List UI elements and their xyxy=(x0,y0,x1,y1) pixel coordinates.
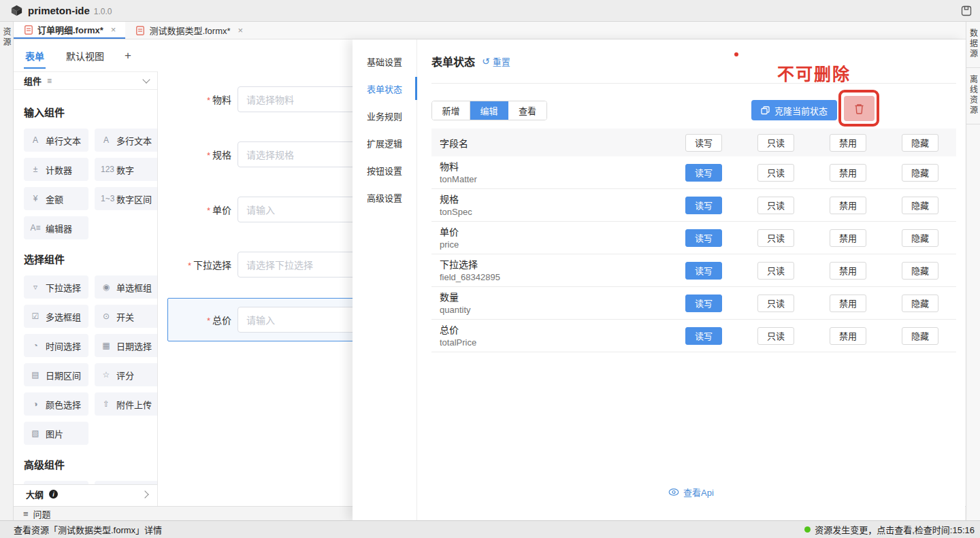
tab-default-view[interactable]: 默认视图 xyxy=(65,40,105,71)
palette-item-image[interactable]: ▧图片 xyxy=(24,422,88,445)
palette-item-date-range[interactable]: ▤日期区间 xyxy=(24,363,88,386)
file-tab-test-datatypes[interactable]: 测试数据类型.formx* × xyxy=(125,22,252,39)
mode-hidden-button[interactable]: 隐藏 xyxy=(902,327,938,345)
palette-header[interactable]: 组件 ≡ xyxy=(14,71,157,90)
palette-item-date-picker[interactable]: ▦日期选择 xyxy=(95,334,158,357)
header-mode-readonly-button[interactable]: 只读 xyxy=(757,134,794,152)
delete-state-button[interactable] xyxy=(844,96,875,121)
palette-item-number-range[interactable]: 1~3数字区间 xyxy=(95,187,158,210)
mode-readonly-button[interactable]: 只读 xyxy=(757,295,794,312)
palette-item-color-picker[interactable]: ◑颜色选择 xyxy=(24,392,88,416)
mode-hidden-button[interactable]: 隐藏 xyxy=(902,197,938,214)
palette-item-checkbox-group[interactable]: ☑多选框组 xyxy=(24,305,88,328)
mode-readonly-button[interactable]: 只读 xyxy=(757,229,794,247)
menu-item-form-state[interactable]: 表单状态 xyxy=(353,75,416,102)
palette-item-time-picker[interactable]: ◔时间选择 xyxy=(24,334,88,357)
reset-icon: ↺ xyxy=(482,56,490,67)
divider xyxy=(431,83,956,84)
palette-item-dropdown[interactable]: ▿下拉选择 xyxy=(24,275,88,299)
palette-item-radio-group[interactable]: ◉单选框组 xyxy=(95,275,158,299)
required-mark: * xyxy=(188,260,191,271)
trash-icon xyxy=(854,103,864,114)
mode-readonly-button[interactable]: 只读 xyxy=(757,327,794,345)
palette-item-switch[interactable]: ⊙开关 xyxy=(95,305,158,328)
mode-hidden-button[interactable]: 隐藏 xyxy=(902,295,938,312)
chevron-right-icon[interactable] xyxy=(141,490,148,498)
status-right-text: 资源发生变更，点击查看,检查时间:15:16 xyxy=(815,523,975,536)
field-state-table: 字段名 读写 只读 禁用 隐藏 物料tonMatter 读写 只读 禁用 隐藏 … xyxy=(431,129,956,352)
state-tab-view[interactable]: 查看 xyxy=(508,101,546,120)
right-rail: 数据源 离线资源 xyxy=(966,22,980,520)
number-range-icon: 1~3 xyxy=(101,194,112,203)
mode-readwrite-button[interactable]: 读写 xyxy=(685,229,722,247)
state-toolbar: 新增 编辑 查看 克隆当前状态 xyxy=(431,100,956,120)
status-green-dot-icon xyxy=(804,526,811,533)
reset-button[interactable]: ↺ 重置 xyxy=(482,55,510,68)
outline-section[interactable]: 大纲 i xyxy=(14,484,157,503)
mode-disabled-button[interactable]: 禁用 xyxy=(830,327,866,345)
status-bar: 查看资源「测试数据类型.formx」详情 资源发生变更，点击查看,检查时间:15… xyxy=(0,520,980,538)
palette-item-counter[interactable]: ±计数器 xyxy=(24,158,88,181)
right-rail-offline-resources[interactable]: 离线资源 xyxy=(966,68,980,124)
mode-readonly-button[interactable]: 只读 xyxy=(757,164,794,182)
header-mode-readwrite-button[interactable]: 读写 xyxy=(685,134,722,152)
palette-icon: ◑ xyxy=(30,399,41,409)
required-mark: * xyxy=(207,150,210,161)
field-code: quantity xyxy=(440,304,668,316)
mode-readwrite-button[interactable]: 读写 xyxy=(685,197,722,214)
mode-disabled-button[interactable]: 禁用 xyxy=(830,229,866,247)
column-header-field-name: 字段名 xyxy=(431,136,668,150)
palette-item-rating[interactable]: ☆评分 xyxy=(95,363,158,386)
clone-current-state-button[interactable]: 克隆当前状态 xyxy=(751,100,837,120)
mode-disabled-button[interactable]: 禁用 xyxy=(830,262,866,280)
state-tab-group: 新增 编辑 查看 xyxy=(431,101,547,120)
menu-item-basic-settings[interactable]: 基础设置 xyxy=(353,48,416,75)
tab-form[interactable]: 表单 xyxy=(24,40,46,71)
header-mode-hidden-button[interactable]: 隐藏 xyxy=(902,134,938,152)
right-rail-datasource[interactable]: 数据源 xyxy=(966,22,980,68)
mode-disabled-button[interactable]: 禁用 xyxy=(830,197,866,214)
palette-item-editor[interactable]: A≡编辑器 xyxy=(24,216,88,239)
mode-readwrite-button[interactable]: 读写 xyxy=(685,164,722,182)
required-mark: * xyxy=(207,316,210,326)
field-label: *单价 xyxy=(158,203,231,216)
mode-hidden-button[interactable]: 隐藏 xyxy=(902,262,938,280)
app-name: primeton-ide xyxy=(28,5,90,16)
palette-item-attachment-upload[interactable]: ⇧附件上传 xyxy=(95,392,158,416)
palette-item-single-line-text[interactable]: A单行文本 xyxy=(24,129,88,152)
chevron-down-icon[interactable] xyxy=(142,75,150,83)
file-tab-order-detail[interactable]: 订单明细.formx* × xyxy=(14,22,125,39)
status-right[interactable]: 资源发生变更，点击查看,检查时间:15:16 xyxy=(804,523,975,536)
close-icon[interactable]: × xyxy=(111,24,116,35)
menu-item-advanced-settings[interactable]: 高级设置 xyxy=(353,184,416,211)
mode-readwrite-button[interactable]: 读写 xyxy=(685,295,722,312)
view-api-link[interactable]: 查看Api xyxy=(417,486,965,499)
mode-readonly-button[interactable]: 只读 xyxy=(757,197,794,214)
palette-item-number[interactable]: 123数字 xyxy=(95,158,158,181)
mode-readwrite-button[interactable]: 读写 xyxy=(685,327,722,345)
editor-icon: A≡ xyxy=(30,223,41,233)
status-left-text[interactable]: 查看资源「测试数据类型.formx」详情 xyxy=(14,523,162,536)
formx-file-icon xyxy=(136,26,144,35)
number-icon: 123 xyxy=(101,165,112,174)
state-tab-edit[interactable]: 编辑 xyxy=(470,101,508,120)
menu-item-extension-logic[interactable]: 扩展逻辑 xyxy=(353,129,416,156)
mode-disabled-button[interactable]: 禁用 xyxy=(830,164,866,182)
menu-item-business-rules[interactable]: 业务规则 xyxy=(353,102,416,129)
mode-readonly-button[interactable]: 只读 xyxy=(757,262,794,280)
menu-item-button-settings[interactable]: 按钮设置 xyxy=(353,156,416,184)
state-tab-add[interactable]: 新增 xyxy=(432,101,470,120)
header-mode-disabled-button[interactable]: 禁用 xyxy=(830,134,866,152)
mode-hidden-button[interactable]: 隐藏 xyxy=(902,164,938,182)
palette-item-amount[interactable]: ¥金额 xyxy=(24,187,88,210)
field-label: *规格 xyxy=(158,148,231,161)
add-view-button[interactable]: + xyxy=(125,49,131,63)
close-icon[interactable]: × xyxy=(238,25,244,35)
checkbox-group-icon: ☑ xyxy=(30,312,41,321)
palette-item-multi-line-text[interactable]: A多行文本 xyxy=(95,129,158,152)
save-icon[interactable] xyxy=(961,5,972,16)
mode-disabled-button[interactable]: 禁用 xyxy=(830,295,866,312)
left-rail-resources[interactable]: 资源 xyxy=(1,27,12,48)
mode-readwrite-button[interactable]: 读写 xyxy=(685,262,722,280)
mode-hidden-button[interactable]: 隐藏 xyxy=(902,229,938,247)
